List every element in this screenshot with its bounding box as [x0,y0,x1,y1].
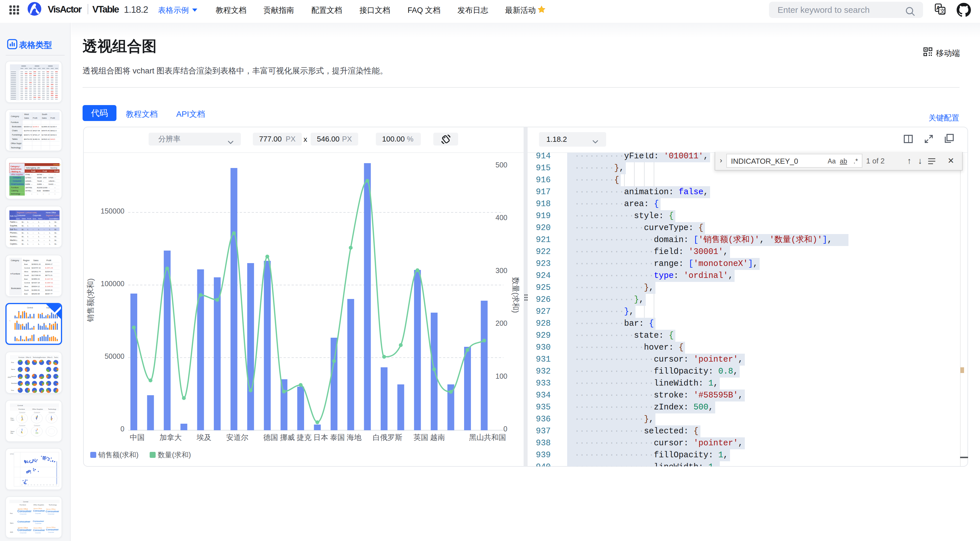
svg-text:1..: 1.. [38,236,40,237]
svg-text:79148: 79148 [37,180,42,182]
svg-text:Corporate: Corporate [48,531,54,533]
svg-text:英国: 英国 [414,433,428,442]
svg-text:$1..: $1.. [22,229,24,230]
svg-text:$1..: $1.. [22,225,24,227]
svg-text:Consumer: Consumer [18,528,32,531]
svg-text:$163797.16: $163797.16 [32,267,41,269]
svg-text:数量(求和): 数量(求和) [158,451,191,459]
svg-text:--: -- [49,187,50,188]
svg-text:Consumer: Consumer [46,510,59,513]
svg-text:2015: 2015 [10,531,13,533]
svg-text:1..: 1.. [16,243,18,245]
svg-text:Sales: Sales [49,170,54,172]
svg-text:$6771.21: $6771.21 [45,274,52,276]
svg-text:--: -- [43,174,44,175]
svg-text:$1..: $1.. [22,221,24,223]
svg-text:--: -- [44,243,45,245]
svg-text:225305: 225305 [25,180,31,182]
svg-text:$1..: $1.. [22,236,24,237]
svg-text:Small business: Small business [11,183,24,185]
svg-text:heilongjiang: heilongjiang [26,167,37,169]
svg-text:Sales: Sales [24,117,29,119]
svg-text:...: ... [44,218,45,220]
svg-text:Sales: Sales [25,170,30,172]
svg-text:$10899.36: $10899.36 [41,126,50,127]
svg-text:Second: Second [11,376,16,377]
svg-text:Consumer: Consumer [34,412,40,413]
svg-text:0: 0 [121,425,124,433]
svg-text:$117298.69: $117298.69 [32,274,41,276]
svg-text:Qua..: Qua.. [16,218,21,220]
svg-text:Machin..: Machin.. [10,239,17,241]
svg-text:57905: 57905 [49,177,54,178]
svg-text:$84754.55: $84754.55 [24,138,32,140]
svg-text:0: 0 [503,425,508,433]
svg-text:64746!: 64746! [37,174,43,175]
svg-text:--: -- [44,225,45,227]
svg-text:--: -- [33,239,34,241]
svg-text:1..: 1.. [49,236,51,237]
svg-text:First: First [10,513,13,514]
svg-text:Chairs: Chairs [12,130,18,132]
svg-text:8130: 8130 [37,190,41,192]
svg-text:1..: 1.. [38,243,40,245]
svg-text:Sales: Sales [37,170,42,172]
svg-text:Central: Central [24,282,30,283]
svg-text:$-1167.63: $-1167.63 [45,278,53,280]
svg-text:Office S.: Office S. [25,356,31,358]
svg-text:加拿大: 加拿大 [159,433,181,442]
svg-text:--: -- [31,187,32,188]
svg-text:Consumer: Consumer [13,180,22,182]
svg-text:--: -- [54,177,56,178]
svg-text:500: 500 [495,161,508,169]
svg-text:Consumer: Consumer [19,425,25,426]
svg-text:Consumer: Consumer [49,412,55,413]
svg-text:1..: 1.. [38,225,40,227]
svg-text:Tables: Tables [12,138,18,140]
svg-text:$1..: $1.. [22,232,24,234]
svg-text:Sales: Sales [42,117,47,119]
svg-text:East: East [24,278,28,280]
svg-text:$17305.68: $17305.68 [41,134,50,136]
svg-text:中国: 中国 [130,433,145,442]
svg-text:Corporate: Corporate [35,522,41,524]
svg-text:1..: 1.. [16,221,18,223]
svg-text:泰国: 泰国 [330,433,345,442]
svg-text:德国: 德国 [263,433,278,442]
svg-text:Category: Category [11,259,19,262]
svg-text:$45475.45: $45475.45 [41,130,50,132]
svg-text:Same: Same [11,368,15,370]
svg-text:Company: Company [13,177,21,179]
svg-text:挪威: 挪威 [280,433,295,442]
svg-text:Same: Same [10,522,14,524]
svg-text:$1..: $1.. [54,243,57,245]
svg-text:$30072.73: $30072.73 [24,134,32,136]
svg-text:947451: 947451 [25,190,31,192]
svg-text:liaoning: liaoning [50,167,57,169]
svg-text:▾ Furniture: ▾ Furniture [11,273,20,275]
svg-text:Corporate: Corporate [48,513,54,515]
svg-text:Profit: Profit [43,170,47,172]
svg-text:South: South [24,274,29,276]
svg-text:--: -- [37,193,38,195]
svg-text:Furniture: Furniture [20,504,26,506]
svg-text:--: -- [54,190,56,192]
svg-text:47461: 47461 [25,174,30,175]
svg-text:日本: 日本 [313,433,328,442]
svg-text:$208201.20: $208201.20 [32,263,41,265]
svg-text:Technology: Technology [11,146,21,149]
svg-text:--: -- [54,193,56,195]
svg-text:Region: Region [23,259,30,262]
svg-text:300: 300 [495,267,508,274]
svg-text:--: -- [54,183,56,185]
svg-text:Technology: Technology [33,356,40,358]
svg-text:--: -- [54,174,56,175]
svg-text:145244: 145244 [49,180,55,182]
svg-text:Furniture: Furniture [11,121,19,123]
svg-text:--: -- [31,177,32,178]
svg-text:30055: 30055 [37,177,42,178]
svg-text:1..: 1.. [27,243,29,245]
svg-text:$1..: $1.. [54,239,57,241]
svg-text:$43859.33: $43859.33 [32,278,40,280]
svg-text:Profit: Profit [54,170,59,172]
